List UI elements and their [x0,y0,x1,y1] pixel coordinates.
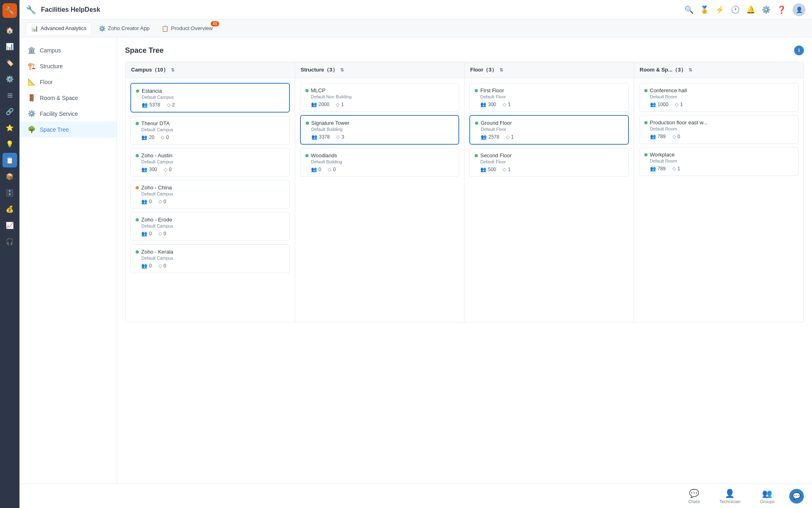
structure-card-woodlands[interactable]: Woodlands Default Building 👥 0 ◇ [300,148,460,177]
estancia-name: Estancia [142,88,162,94]
workplace-name: Workplace [650,152,675,158]
tag-icon[interactable]: 🏷️ [2,55,17,70]
headset-icon[interactable]: 🎧 [2,234,17,249]
grid-icon[interactable]: ⊞ [2,88,17,102]
campus-card-estancia[interactable]: Estancia Default Campus 👥 5378 ◇ [130,83,290,113]
erode-name: Zoho - Erode [141,217,172,223]
thenur-stat1: 👥 20 [141,135,154,140]
link-icon[interactable]: 🔗 [2,104,17,119]
erode-stat1: 👥 0 [141,231,152,237]
sidebar-item-structure[interactable]: 🏗️ Structure [19,58,117,74]
signature-sub: Default Building [306,127,454,132]
award-icon[interactable]: 🏅 [700,5,709,14]
chart-icon[interactable]: 📈 [2,218,17,232]
people-icon: 👥 [141,199,147,204]
room-card-conference[interactable]: Conference hall Default Room 👥 1000 ◇ [639,83,799,112]
people-icon: 👥 [311,167,317,172]
campus-card-austin[interactable]: Zoho - Austin Default Campus 👥 300 ◇ [130,148,290,177]
campus-card-thenur[interactable]: Thenur DTA Default Campus 👥 20 ◇ [130,116,290,145]
bell-icon[interactable]: 🔔 [746,5,755,14]
bottom-tab-groups[interactable]: 👥 Groups [750,486,784,506]
sidebar-item-spacetree-label: Space Tree [40,126,69,133]
estancia-stat1: 👥 5378 [142,102,160,108]
kerala-stat1: 👥 0 [141,263,152,269]
diamond-icon: ◇ [158,199,162,204]
tab-creator[interactable]: ⚙️ Zoho Creator App [93,22,155,35]
floor-card-first[interactable]: First Floor Default Floor 👥 300 ◇ [469,83,629,112]
china-sub: Default Campus [136,191,285,196]
people-icon: 👥 [142,102,148,108]
help-icon[interactable]: ❓ [777,5,786,14]
lightning-icon[interactable]: ⚡ [715,5,724,14]
chat-fab-icon: 💬 [793,492,801,500]
history-icon[interactable]: 🕐 [731,5,740,14]
structure-column: Structure（3） ⇅ MLCP Default Non Building [295,62,465,322]
gear-icon[interactable]: ⚙️ [762,5,771,14]
main-content: Space Tree i Campus（10） ⇅ E [117,37,812,484]
tab-product[interactable]: 📋 Product Overview 48 [156,22,218,35]
structure-card-mlcp[interactable]: MLCP Default Non Building 👥 2000 ◇ [300,83,460,112]
diamond-icon: ◇ [675,102,678,107]
signature-stat1: 👥 3378 [311,134,330,140]
home-icon[interactable]: 🏠 [2,23,17,37]
ground-floor-sub: Default Floor [475,127,623,132]
conference-stat2: ◇ 1 [675,102,683,107]
main-container: 🔧 Facilities HelpDesk 🔍 🏅 ⚡ 🕐 🔔 ⚙️ ❓ 👤 📊… [19,0,812,508]
floor-card-second[interactable]: Second Floor Default Floor 👥 500 ◇ [469,148,629,177]
room-sort-icon[interactable]: ⇅ [689,67,692,73]
user-avatar[interactable]: 👤 [793,3,806,16]
campus-card-china[interactable]: Zoho - China Default Campus 👥 0 ◇ [130,180,290,209]
bulb-icon[interactable]: 💡 [2,137,17,151]
structure-card-signature[interactable]: Signature Tower Default Building 👥 3378 … [300,115,460,145]
sidebar-item-campus[interactable]: 🏛️ Campus [19,42,117,58]
thenur-status-dot [136,122,139,125]
structure-sort-icon[interactable]: ⇅ [340,67,344,73]
sidebar-item-facility[interactable]: ⚙️ Facility Service [19,106,117,122]
structure-icon: 🏗️ [28,62,36,70]
tab-analytics[interactable]: 📊 Advanced Analytics [26,22,92,35]
bottom-tab-technician[interactable]: 👤 Technician [710,486,750,506]
campus-col-body: Estancia Default Campus 👥 5378 ◇ [125,78,295,322]
ground-floor-status-dot [475,122,478,125]
conference-sub: Default Room [644,94,794,99]
diamond-icon: ◇ [503,167,506,172]
china-stat1: 👥 0 [141,199,152,204]
kerala-stat2: ◇ 0 [158,263,166,269]
room-card-production[interactable]: Production floor east w... Default Room … [639,115,799,144]
first-floor-sub: Default Floor [475,94,624,99]
austin-sub: Default Campus [136,159,285,164]
sidebar-item-spacetree[interactable]: 🌳 Space Tree [19,122,117,137]
people-icon: 👥 [480,102,486,107]
campus-card-erode[interactable]: Zoho - Erode Default Campus 👥 0 ◇ [130,212,290,241]
campus-sort-icon[interactable]: ⇅ [171,67,175,73]
dashboard-icon[interactable]: 📊 [2,39,17,54]
bottom-tab-chats[interactable]: 💬 Chats [678,486,710,506]
dollar-icon[interactable]: 💰 [2,202,17,216]
chat-fab-button[interactable]: 💬 [789,489,804,504]
ground-floor-stat1: 👥 2578 [481,134,499,140]
room-card-workplace[interactable]: Workplace Default Room 👥 789 ◇ 1 [639,147,799,176]
clipboard-icon[interactable]: 📋 [2,153,17,167]
floor-sort-icon[interactable]: ⇅ [499,67,503,73]
ground-floor-name: Ground Floor [481,120,512,126]
sidebar-item-campus-label: Campus [40,47,61,54]
floor-col-label: Floor（3） [470,66,497,74]
estancia-stat2: ◇ 2 [167,102,175,108]
diamond-icon: ◇ [167,102,171,108]
settings-icon[interactable]: ⚙️ [2,72,17,86]
search-icon[interactable]: 🔍 [685,5,693,14]
product-tab-icon: 📋 [162,25,168,32]
star-icon[interactable]: ⭐ [2,120,17,135]
floor-card-ground[interactable]: Ground Floor Default Floor 👥 2578 ◇ [469,115,629,145]
workplace-stat1: 👥 789 [650,166,666,172]
people-icon: 👥 [141,263,147,269]
info-icon[interactable]: i [794,46,804,55]
sidebar-item-floor[interactable]: 📐 Floor [19,74,117,90]
campus-card-kerala[interactable]: Zoho - Kerala Default Campus 👥 0 ◇ [130,244,290,273]
floor-col-header: Floor（3） ⇅ [464,62,634,78]
diamond-icon: ◇ [328,167,331,172]
box-icon[interactable]: 📦 [2,169,17,184]
diamond-icon: ◇ [161,135,164,140]
sidebar-item-room[interactable]: 🚪 Room & Space [19,90,117,106]
database-icon[interactable]: 🗄️ [2,185,17,200]
